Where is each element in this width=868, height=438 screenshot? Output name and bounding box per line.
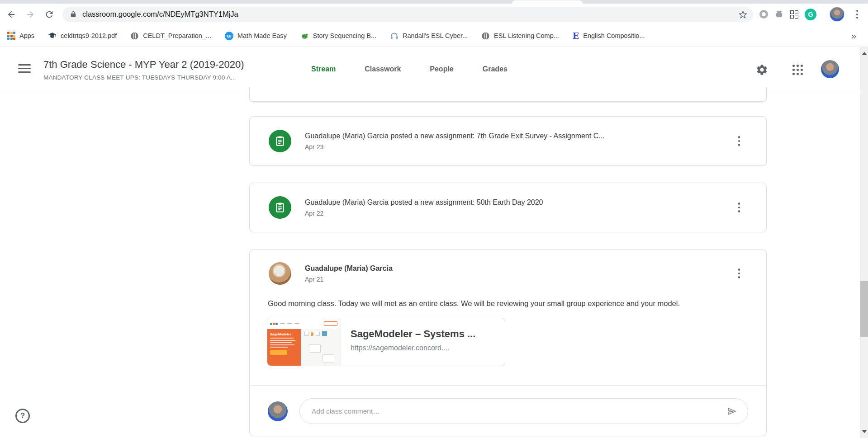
apps-grid-icon	[7, 32, 15, 40]
settings-gear-button[interactable]	[754, 61, 770, 78]
browser-toolbar: classroom.google.com/c/NDEyMTg3NTY1MjJa …	[0, 4, 868, 25]
cutoff-post-card[interactable]	[249, 87, 767, 102]
globe-icon	[481, 32, 490, 40]
help-button[interactable]: ?	[15, 409, 30, 423]
bookmark-math-made-easy[interactable]: G! Math Made Easy	[225, 32, 287, 40]
class-comment-row	[250, 386, 766, 437]
browser-window: classroom.google.com/c/NDEyMTg3NTY1MjJa …	[0, 0, 868, 438]
gear-icon	[756, 64, 768, 76]
tab-stream[interactable]: Stream	[297, 47, 350, 91]
headphones-icon	[390, 32, 398, 40]
turtle-icon	[300, 32, 309, 40]
reload-button[interactable]	[42, 7, 57, 22]
scroll-up-arrow[interactable]	[860, 47, 868, 60]
assignment-icon	[269, 130, 291, 152]
author-name: Guadalupe (Maria) Garcia	[305, 264, 730, 273]
bookmark-esl-listening[interactable]: ESL Listening Comp...	[481, 32, 559, 40]
tab-people[interactable]: People	[415, 47, 468, 91]
post-date: Apr 21	[305, 276, 730, 283]
post-card-announcement: Guadalupe (Maria) Garcia Apr 21 Good mor…	[249, 249, 767, 436]
comment-input-pill[interactable]	[299, 398, 748, 424]
attachment-url: https://sagemodeler.concord....	[351, 344, 475, 352]
graduation-cap-icon	[48, 32, 57, 40]
browser-tab-strip[interactable]	[0, 0, 868, 4]
grid-extension-icon[interactable]	[790, 10, 798, 19]
lock-icon	[70, 11, 77, 18]
extensions-area: G	[759, 7, 863, 22]
class-subtitle: MANDATORY CLASS MEET-UPS: TUESDAYS-THURS…	[43, 74, 236, 81]
bookmark-star-icon[interactable]	[738, 9, 748, 19]
post-options-button[interactable]	[730, 132, 748, 150]
classroom-header: 7th Grade Science - MYP Year 2 (2019-202…	[0, 47, 868, 91]
browser-profile-avatar[interactable]	[830, 7, 844, 22]
question-mark-icon: ?	[20, 411, 25, 420]
post-date: Apr 22	[305, 210, 730, 217]
bookmarks-bar: Apps celdtrtqs9-2012.pdf CELDT_Preparati…	[0, 25, 868, 47]
bookmark-celdt-pdf[interactable]: celdtrtqs9-2012.pdf	[48, 32, 117, 40]
send-comment-button[interactable]	[724, 404, 740, 419]
post-date: Apr 23	[305, 143, 730, 151]
ring-extension-icon[interactable]	[759, 10, 768, 19]
attachment-title: SageModeler – Systems ...	[351, 328, 475, 340]
bookmarks-overflow-button[interactable]: »	[851, 31, 862, 41]
link-attachment-card[interactable]: SageModeler SageModeler – Systems ...	[267, 318, 505, 366]
letter-e-icon: E	[573, 32, 579, 40]
bookmark-story-sequencing[interactable]: Story Sequencing B...	[300, 32, 376, 40]
post-options-button[interactable]	[730, 198, 748, 217]
back-button[interactable]	[4, 7, 19, 22]
class-title[interactable]: 7th Grade Science - MYP Year 2 (2019-202…	[43, 59, 244, 71]
google-apps-button[interactable]	[789, 61, 806, 78]
teacher-avatar[interactable]	[269, 262, 291, 285]
post-card-assignment-2[interactable]: Guadalupe (Maria) Garcia posted a new as…	[249, 183, 767, 232]
main-menu-button[interactable]	[18, 64, 31, 73]
apps-launcher-icon	[792, 65, 803, 75]
browser-menu-button[interactable]	[851, 8, 863, 21]
bookmark-apps[interactable]: Apps	[7, 32, 34, 40]
sagemodeler-logo-icon	[270, 323, 278, 325]
send-icon	[726, 406, 737, 417]
post-title: Guadalupe (Maria) Garcia posted a new as…	[305, 198, 730, 207]
attachment-thumbnail: SageModeler	[267, 318, 341, 366]
assignment-icon	[269, 196, 291, 219]
scrollbar-thumb[interactable]	[860, 281, 868, 337]
announcement-body: Good morning class. Today we will met as…	[250, 299, 766, 308]
g-badge-icon: G!	[225, 32, 233, 40]
active-tab-bottom	[512, 0, 583, 4]
stream-content: Guadalupe (Maria) Garcia posted a new as…	[0, 91, 860, 438]
post-title: Guadalupe (Maria) Garcia posted a new as…	[305, 132, 730, 140]
page-scrollbar[interactable]	[860, 47, 868, 438]
classroom-tabs: Stream Classwork People Grades	[297, 47, 522, 91]
bookmark-english-composition[interactable]: E English Compositio...	[573, 32, 645, 40]
tab-grades[interactable]: Grades	[468, 47, 522, 91]
comment-input[interactable]	[312, 407, 724, 415]
post-card-assignment-1[interactable]: Guadalupe (Maria) Garcia posted a new as…	[249, 116, 767, 166]
globe-icon	[130, 32, 139, 40]
account-avatar[interactable]	[821, 60, 839, 78]
bookmark-randalls-esl[interactable]: Randall's ESL Cyber...	[390, 32, 468, 40]
tab-classwork[interactable]: Classwork	[350, 47, 415, 91]
apple-extension-icon[interactable]	[774, 9, 784, 19]
post-options-button[interactable]	[730, 264, 748, 283]
student-avatar	[268, 401, 288, 421]
bookmark-celdt-prep[interactable]: CELDT_Preparation_...	[130, 32, 211, 40]
url-text: classroom.google.com/c/NDEyMTg3NTY1MjJa	[82, 10, 738, 19]
forward-button[interactable]	[23, 7, 38, 22]
address-bar[interactable]: classroom.google.com/c/NDEyMTg3NTY1MjJa	[62, 7, 753, 22]
grammarly-extension-icon[interactable]: G	[805, 9, 816, 20]
toolbar-divider	[823, 9, 823, 19]
scroll-down-arrow[interactable]	[860, 425, 868, 438]
